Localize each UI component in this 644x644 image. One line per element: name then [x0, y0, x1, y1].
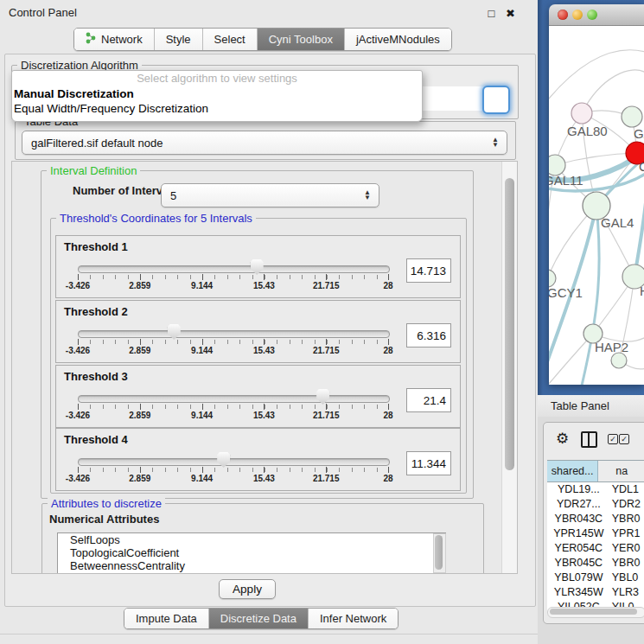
- network-icon: [86, 32, 97, 47]
- table-row[interactable]: YDR27...YDR2: [547, 497, 644, 512]
- threshold-slider-track[interactable]: [78, 458, 390, 466]
- threshold-slider-track[interactable]: [78, 395, 390, 403]
- algorithm-option-equal-width[interactable]: Equal Width/Frequency Discretization: [12, 101, 422, 116]
- network-node-label: GCY1: [549, 285, 583, 300]
- threshold-row-1: Threshold 1-3.4262.8599.14415.4321.71528…: [55, 235, 461, 298]
- threshold-label: Threshold 2: [64, 305, 128, 318]
- combo-stepper-icon: ▲▼: [361, 190, 373, 201]
- interval-definition-title: Interval Definition: [47, 164, 140, 177]
- node-table: shared... na YDL19...YDL1YDR27...YDR2YBR…: [547, 460, 644, 615]
- network-node-label: GA: [634, 126, 644, 141]
- attributes-group-title: Attributes to discretize: [48, 497, 165, 510]
- control-panel-tabbar: Network Style Select Cyni Toolbox jActiv…: [73, 28, 452, 51]
- slider-major-ticks: [78, 339, 388, 346]
- attribute-list-item[interactable]: TopologicalCoefficient: [58, 546, 445, 559]
- table-browser-panel: ⚙ ✓ ✓ shared... na YDL19...YDL1YDR27...Y…: [543, 422, 644, 624]
- threshold-label: Threshold 3: [64, 370, 128, 383]
- control-panel-title: Control Panel: [9, 6, 77, 19]
- table-row[interactable]: YBR043CYBR0: [547, 512, 644, 526]
- tab-infer-network[interactable]: Infer Network: [309, 609, 398, 628]
- attribute-list-item[interactable]: SelfLoops: [58, 533, 445, 546]
- tab-jactivemnodules[interactable]: jActiveMNodules: [345, 29, 451, 50]
- algorithm-dropdown-popup: Select algorithm to view settings Manual…: [11, 70, 423, 122]
- settings-scrollbar-thumb[interactable]: [505, 178, 514, 470]
- float-panel-icon[interactable]: □: [486, 8, 497, 19]
- screen: Control Panel □ ✖ Network Style Select C…: [0, 0, 644, 644]
- tab-impute-data[interactable]: Impute Data: [124, 609, 209, 628]
- threshold-label: Threshold 4: [64, 433, 128, 446]
- zoom-window-icon[interactable]: [587, 10, 597, 20]
- network-node-GA[interactable]: [622, 106, 642, 127]
- thresholds-group-title: Threshold's Coordinates for 5 Intervals: [56, 212, 256, 225]
- number-of-intervals-combo[interactable]: 5 ▲▼: [161, 183, 379, 207]
- tab-style[interactable]: Style: [155, 29, 203, 50]
- tab-cyni-toolbox[interactable]: Cyni Toolbox: [258, 29, 345, 50]
- threshold-row-4: Threshold 4-3.4262.8599.14415.4321.71528…: [55, 428, 461, 491]
- settings-scrollpane: Interval Definition Number of Intervals …: [11, 161, 518, 574]
- algorithm-combo-focus-ring: [482, 86, 510, 114]
- close-panel-icon[interactable]: ✖: [505, 8, 516, 19]
- close-window-icon[interactable]: [558, 10, 568, 20]
- network-canvas[interactable]: GAL80GACGAL11GAL4GCY1HHAP2: [549, 26, 644, 385]
- slider-tick-labels: -3.4262.8599.14415.4321.71528: [78, 346, 388, 356]
- numerical-attributes-list[interactable]: SelfLoopsTopologicalCoefficientBetweenne…: [57, 532, 446, 574]
- numerical-attributes-heading: Numerical Attributes: [49, 513, 159, 526]
- threshold-value-field[interactable]: 14.713: [406, 258, 451, 283]
- threshold-value-field[interactable]: 11.344: [406, 451, 451, 475]
- network-node-unlabeled[interactable]: [611, 353, 627, 368]
- gear-icon[interactable]: ⚙: [556, 430, 569, 448]
- column-header-shared-name[interactable]: shared...: [547, 461, 598, 481]
- table-row[interactable]: YER054CYER0: [547, 541, 644, 556]
- bottom-tabbar: Impute Data Discretize Data Infer Networ…: [124, 608, 399, 629]
- threshold-slider-track[interactable]: [78, 330, 390, 338]
- table-panel-title: Table Panel: [551, 399, 609, 412]
- network-node-label: GAL80: [567, 124, 608, 138]
- attributes-list-scrollbar[interactable]: [433, 533, 446, 573]
- network-node-label: HAP2: [595, 340, 628, 354]
- columns-icon[interactable]: [581, 431, 597, 448]
- slider-tick-labels: -3.4262.8599.14415.4321.71528: [78, 281, 388, 291]
- select-all-checkbox-icon[interactable]: ✓: [608, 434, 618, 444]
- network-window-titlebar[interactable]: [549, 4, 644, 26]
- tab-network[interactable]: Network: [74, 29, 155, 50]
- table-row[interactable]: YPR145WYPR1: [547, 526, 644, 541]
- apply-button[interactable]: Apply: [219, 579, 276, 599]
- table-horizontal-scrollbar[interactable]: [547, 607, 644, 618]
- table-row[interactable]: YBL079WYBL0: [547, 571, 644, 585]
- tab-select[interactable]: Select: [203, 29, 258, 50]
- settings-scrollbar[interactable]: [501, 162, 517, 573]
- network-node-label: GAL4: [601, 215, 634, 230]
- tab-discretize-data[interactable]: Discretize Data: [209, 609, 309, 628]
- network-node-label: C: [639, 159, 644, 174]
- threshold-value-field[interactable]: 21.4: [406, 388, 451, 412]
- checkbox-icon[interactable]: ✓: [619, 434, 629, 444]
- threshold-row-3: Threshold 3-3.4262.8599.14415.4321.71528…: [55, 365, 461, 428]
- attribute-list-item[interactable]: BetweennessCentrality: [58, 559, 445, 572]
- threshold-row-2: Threshold 2-3.4262.8599.14415.4321.71528…: [55, 300, 461, 363]
- table-data-combo[interactable]: galFiltered.sif default node ▲▼: [22, 131, 507, 155]
- threshold-label: Threshold 1: [64, 240, 128, 253]
- slider-major-ticks: [78, 404, 388, 411]
- network-node-GCY1[interactable]: [549, 270, 556, 287]
- combo-stepper-icon: ▲▼: [489, 137, 501, 148]
- threshold-value-field[interactable]: 6.316: [406, 323, 451, 348]
- table-row[interactable]: YBR045CYBR0: [547, 556, 644, 571]
- control-panel-titlebar: Control Panel □ ✖: [0, 0, 538, 24]
- algorithm-option-manual[interactable]: Manual Discretization: [12, 86, 422, 101]
- network-node-label: H: [640, 284, 644, 298]
- column-header-name[interactable]: na: [598, 461, 644, 481]
- network-node-GAL80[interactable]: [571, 103, 592, 124]
- network-view-window: GAL80GACGAL11GAL4GCY1HHAP2: [549, 4, 644, 385]
- slider-tick-labels: -3.4262.8599.14415.4321.71528: [78, 474, 388, 484]
- slider-major-ticks: [78, 467, 388, 474]
- algorithm-popup-hint: Select algorithm to view settings: [12, 71, 422, 86]
- minimize-window-icon[interactable]: [572, 10, 583, 20]
- network-node-label: GAL11: [549, 173, 583, 188]
- table-row[interactable]: YDL19...YDL1: [547, 482, 644, 497]
- threshold-slider-track[interactable]: [78, 265, 390, 273]
- table-row[interactable]: YLR345WYLR3: [547, 585, 644, 600]
- slider-major-ticks: [78, 274, 388, 281]
- slider-tick-labels: -3.4262.8599.14415.4321.71528: [78, 411, 388, 421]
